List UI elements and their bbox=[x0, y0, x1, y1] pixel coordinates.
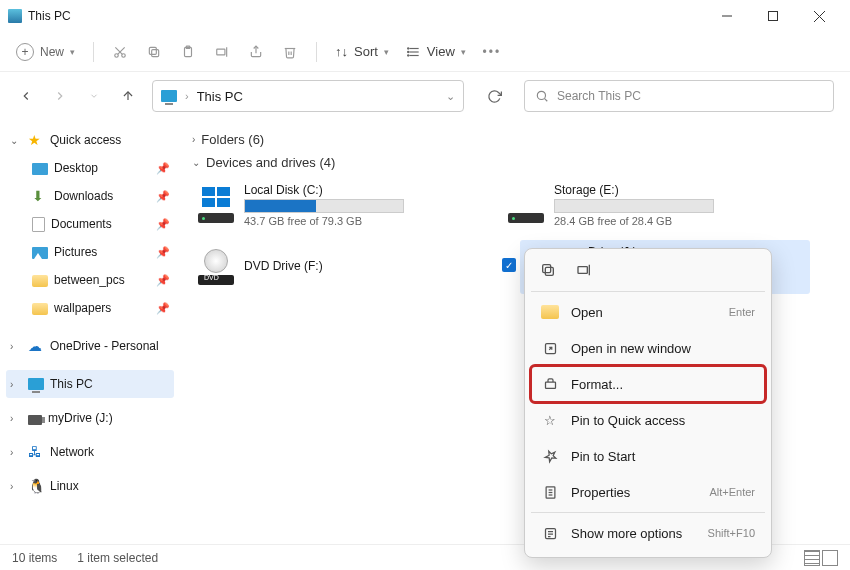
large-icons-view-icon[interactable] bbox=[822, 550, 838, 566]
copy-icon[interactable] bbox=[146, 44, 162, 60]
view-button[interactable]: View ▾ bbox=[407, 44, 466, 59]
rename-icon[interactable] bbox=[575, 261, 593, 279]
svg-rect-25 bbox=[543, 265, 551, 273]
menu-open-new-window[interactable]: Open in new window bbox=[531, 330, 765, 366]
dvd-drive-icon: DVD bbox=[198, 249, 234, 285]
chevron-down-icon: ⌄ bbox=[192, 157, 200, 168]
menu-shortcut: Shift+F10 bbox=[708, 527, 755, 539]
address-bar[interactable]: › This PC ⌄ bbox=[152, 80, 464, 112]
linux-icon: 🐧 bbox=[28, 478, 44, 494]
sidebar-label: Network bbox=[50, 445, 94, 459]
sidebar-item-pictures[interactable]: Pictures📌 bbox=[6, 238, 174, 266]
download-icon: ⬇ bbox=[32, 188, 48, 204]
forward-button[interactable] bbox=[50, 86, 70, 106]
sidebar-item-folder[interactable]: wallpapers📌 bbox=[6, 294, 174, 322]
drive-dvd-f[interactable]: DVD DVD Drive (F:) bbox=[192, 240, 482, 294]
menu-open[interactable]: Open Enter bbox=[531, 294, 765, 330]
menu-properties[interactable]: Properties Alt+Enter bbox=[531, 474, 765, 510]
up-button[interactable] bbox=[118, 86, 138, 106]
svg-line-23 bbox=[545, 99, 548, 102]
menu-shortcut: Enter bbox=[729, 306, 755, 318]
selection-checkbox[interactable]: ✓ bbox=[502, 258, 516, 272]
folder-icon bbox=[541, 305, 559, 319]
chevron-right-icon: › bbox=[192, 134, 195, 145]
sidebar-network[interactable]: ›🖧Network bbox=[6, 438, 174, 466]
star-icon: ☆ bbox=[541, 413, 559, 428]
svg-rect-9 bbox=[149, 47, 156, 54]
view-toggle[interactable] bbox=[804, 550, 838, 566]
copy-icon[interactable] bbox=[539, 261, 557, 279]
menu-label: Pin to Quick access bbox=[571, 413, 685, 428]
menu-pin-start[interactable]: Pin to Start bbox=[531, 438, 765, 474]
pin-icon bbox=[541, 449, 559, 464]
format-icon bbox=[541, 377, 559, 392]
section-folders[interactable]: › Folders (6) bbox=[192, 132, 838, 147]
this-pc-icon bbox=[161, 90, 177, 102]
chevron-down-icon[interactable]: ⌄ bbox=[446, 90, 455, 103]
close-button[interactable] bbox=[796, 0, 842, 32]
sidebar-item-folder[interactable]: between_pcs📌 bbox=[6, 266, 174, 294]
svg-rect-1 bbox=[769, 12, 778, 21]
sidebar-quick-access[interactable]: ⌄ ★ Quick access bbox=[6, 126, 174, 154]
search-icon bbox=[535, 89, 549, 103]
drive-name: Storage (E:) bbox=[554, 183, 786, 197]
sidebar-label: OneDrive - Personal bbox=[50, 339, 159, 353]
sidebar-this-pc[interactable]: ›This PC bbox=[6, 370, 174, 398]
refresh-button[interactable] bbox=[478, 80, 510, 112]
sidebar-item-documents[interactable]: Documents📌 bbox=[6, 210, 174, 238]
pin-icon: 📌 bbox=[156, 246, 170, 259]
sidebar-label: This PC bbox=[50, 377, 93, 391]
details-view-icon[interactable] bbox=[804, 550, 820, 566]
drive-local-disk-c[interactable]: Local Disk (C:) 43.7 GB free of 79.3 GB bbox=[192, 178, 482, 232]
paste-icon[interactable] bbox=[180, 44, 196, 60]
chevron-right-icon: › bbox=[10, 341, 22, 352]
sidebar-item-downloads[interactable]: ⬇Downloads📌 bbox=[6, 182, 174, 210]
section-drives[interactable]: ⌄ Devices and drives (4) bbox=[192, 155, 838, 170]
drive-storage-e[interactable]: Storage (E:) 28.4 GB free of 28.4 GB bbox=[502, 178, 792, 232]
sidebar-onedrive[interactable]: ›☁OneDrive - Personal bbox=[6, 332, 174, 360]
maximize-button[interactable] bbox=[750, 0, 796, 32]
pin-icon: 📌 bbox=[156, 218, 170, 231]
sidebar-linux[interactable]: ›🐧Linux bbox=[6, 472, 174, 500]
chevron-down-icon: ▾ bbox=[461, 47, 466, 57]
sort-button[interactable]: ↑↓ Sort ▾ bbox=[335, 44, 389, 59]
back-button[interactable] bbox=[16, 86, 36, 106]
command-bar: + New ▾ ↑↓ Sort ▾ View ▾ ••• bbox=[0, 32, 850, 72]
search-box[interactable]: Search This PC bbox=[524, 80, 834, 112]
chevron-right-icon: › bbox=[10, 481, 22, 492]
sidebar-item-desktop[interactable]: Desktop📌 bbox=[6, 154, 174, 182]
title-bar: This PC bbox=[0, 0, 850, 32]
sidebar-label: Pictures bbox=[54, 245, 97, 259]
rename-icon[interactable] bbox=[214, 44, 230, 60]
share-icon[interactable] bbox=[248, 44, 264, 60]
document-icon bbox=[32, 217, 45, 232]
drive-name: Local Disk (C:) bbox=[244, 183, 476, 197]
pin-icon: 📌 bbox=[156, 302, 170, 315]
drive-icon bbox=[508, 187, 544, 223]
menu-show-more-options[interactable]: Show more options Shift+F10 bbox=[531, 515, 765, 551]
menu-pin-quick-access[interactable]: ☆ Pin to Quick access bbox=[531, 402, 765, 438]
sidebar-mydrive[interactable]: ›myDrive (J:) bbox=[6, 404, 174, 432]
minimize-button[interactable] bbox=[704, 0, 750, 32]
menu-label: Show more options bbox=[571, 526, 682, 541]
menu-label: Format... bbox=[571, 377, 623, 392]
section-label: Devices and drives (4) bbox=[206, 155, 335, 170]
context-menu: Open Enter Open in new window Format... … bbox=[524, 248, 772, 558]
drive-free-text: 43.7 GB free of 79.3 GB bbox=[244, 215, 476, 227]
status-selected-count: 1 item selected bbox=[77, 551, 158, 565]
menu-format[interactable]: Format... bbox=[531, 366, 765, 402]
star-icon: ★ bbox=[28, 132, 44, 148]
drive-icon bbox=[198, 187, 234, 223]
recent-button[interactable] bbox=[84, 86, 104, 106]
cut-icon[interactable] bbox=[112, 44, 128, 60]
more-icon[interactable]: ••• bbox=[484, 44, 500, 60]
new-button[interactable]: + New ▾ bbox=[16, 43, 75, 61]
delete-icon[interactable] bbox=[282, 44, 298, 60]
drive-name: DVD Drive (F:) bbox=[244, 259, 476, 273]
new-label: New bbox=[40, 45, 64, 59]
sidebar-label: Desktop bbox=[54, 161, 98, 175]
chevron-right-icon: › bbox=[10, 379, 22, 390]
drive-free-text: 28.4 GB free of 28.4 GB bbox=[554, 215, 786, 227]
sidebar-label: myDrive (J:) bbox=[48, 411, 113, 425]
chevron-right-icon: › bbox=[10, 447, 22, 458]
